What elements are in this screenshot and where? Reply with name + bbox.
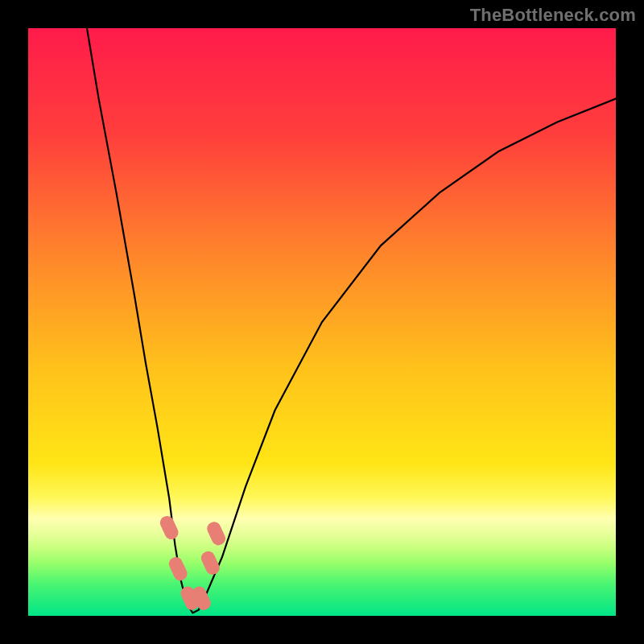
bottleneck-curve xyxy=(28,28,616,616)
watermark-text: TheBottleneck.com xyxy=(470,5,636,26)
marker-pill xyxy=(205,520,228,547)
chart-frame: TheBottleneck.com xyxy=(0,0,644,644)
plot-area xyxy=(28,28,616,616)
marker-pill xyxy=(167,555,189,582)
marker-pill xyxy=(158,514,180,541)
marker-pill xyxy=(199,549,221,576)
curve-markers xyxy=(158,514,227,612)
